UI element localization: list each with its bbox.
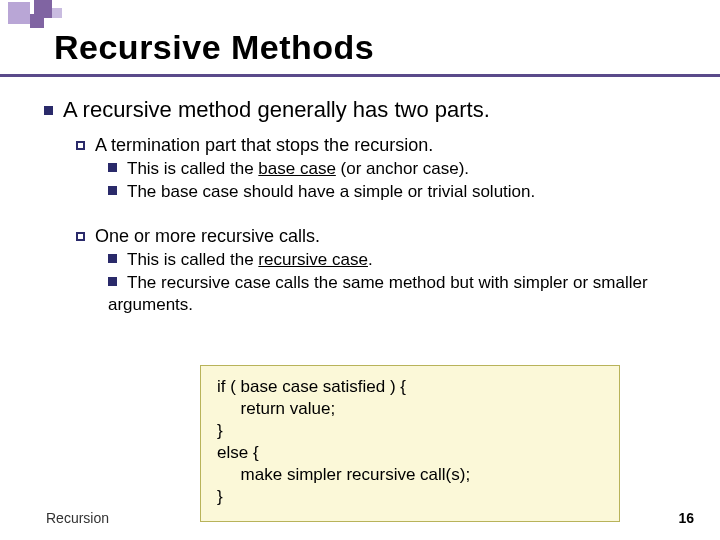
code-line: make simpler recursive call(s);: [217, 464, 603, 486]
square-bullet-icon: [108, 186, 117, 195]
code-line: return value;: [217, 398, 603, 420]
square-icon: [52, 8, 62, 18]
text: A recursive method generally has two par…: [63, 97, 490, 122]
page-number: 16: [678, 510, 694, 526]
bullet-level3: The base case should have a simple or tr…: [108, 181, 700, 202]
text: This is called the: [127, 250, 258, 269]
square-bullet-icon: [108, 163, 117, 172]
text: (or anchor case).: [336, 159, 469, 178]
slide-body: A recursive method generally has two par…: [44, 90, 700, 317]
slide: Recursive Methods A recursive method gen…: [0, 0, 720, 540]
hollow-square-bullet-icon: [76, 232, 85, 241]
text: The recursive case calls the same method…: [108, 273, 648, 313]
footer-left: Recursion: [46, 510, 109, 526]
bullet-level3: This is called the base case (or anchor …: [108, 158, 700, 179]
bullet-level1: A recursive method generally has two par…: [44, 96, 700, 124]
text: This is called the: [127, 159, 258, 178]
hollow-square-bullet-icon: [76, 141, 85, 150]
code-line: }: [217, 486, 603, 508]
square-bullet-icon: [108, 277, 117, 286]
underlined-term: recursive case: [258, 250, 368, 269]
bullet-level3: This is called the recursive case.: [108, 249, 700, 270]
bullet-level2: A termination part that stops the recurs…: [76, 134, 700, 157]
code-box: if ( base case satisfied ) { return valu…: [200, 365, 620, 522]
text: One or more recursive calls.: [95, 226, 320, 246]
bullet-level2: One or more recursive calls.: [76, 225, 700, 248]
text: .: [368, 250, 373, 269]
spacer: [44, 205, 700, 219]
code-line: }: [217, 420, 603, 442]
text: A termination part that stops the recurs…: [95, 135, 433, 155]
square-icon: [8, 2, 30, 24]
code-line: if ( base case satisfied ) {: [217, 376, 603, 398]
slide-title: Recursive Methods: [54, 28, 374, 67]
text: The base case should have a simple or tr…: [127, 182, 535, 201]
square-icon: [30, 14, 44, 28]
underlined-term: base case: [258, 159, 336, 178]
title-underline: [0, 74, 720, 77]
code-line: else {: [217, 442, 603, 464]
bullet-level3: The recursive case calls the same method…: [108, 272, 700, 315]
square-bullet-icon: [108, 254, 117, 263]
square-bullet-icon: [44, 106, 53, 115]
